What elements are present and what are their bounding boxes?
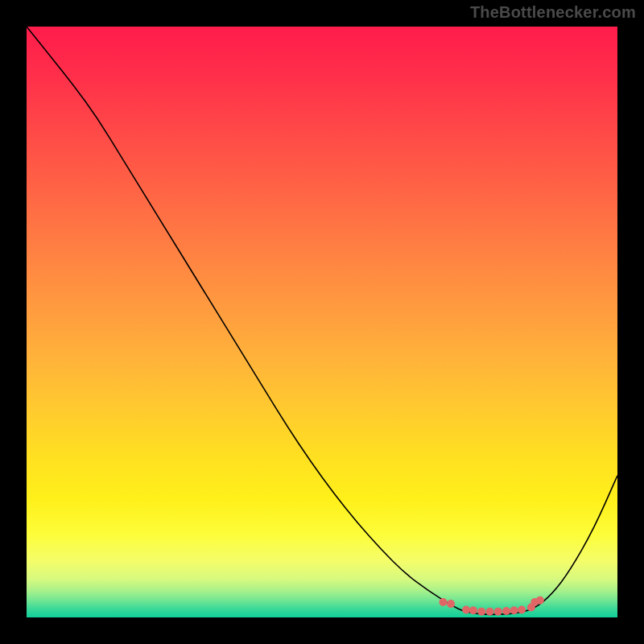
optimal-dot [439,598,447,606]
optimal-dot [494,608,502,616]
chart-container: TheBottlenecker.com [0,0,644,644]
optimal-dot [447,600,455,608]
optimal-dot [477,608,485,616]
optimal-dot [502,607,510,615]
chart-svg [27,27,617,617]
optimal-dot [518,605,526,613]
plot-area [27,27,617,617]
optimal-dot [485,608,493,616]
attribution-label: TheBottlenecker.com [470,3,636,22]
optimal-dot [510,606,518,614]
optimal-dot [469,606,477,614]
optimal-dot [462,605,470,613]
gradient-background [27,27,617,617]
optimal-dot [536,597,544,605]
